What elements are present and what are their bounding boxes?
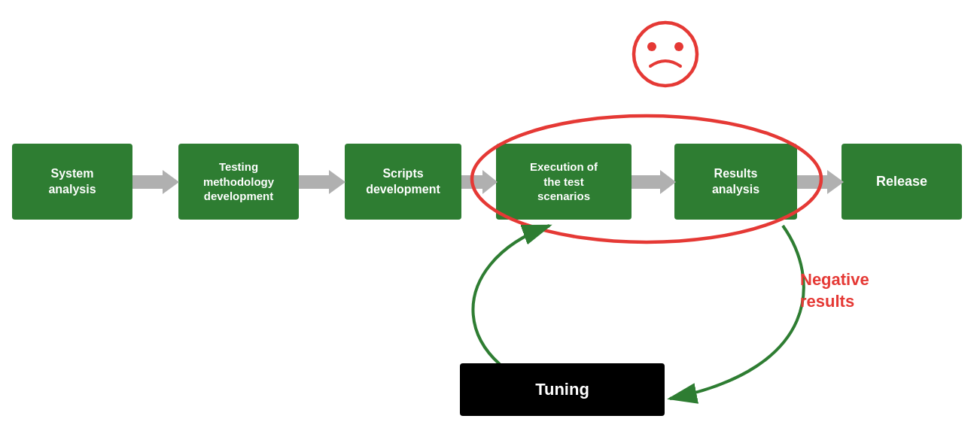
box-system-analysis: Systemanalysis <box>12 144 132 220</box>
box-testing-methodology: Testingmethodologydevelopment <box>178 144 299 220</box>
arrow-1 <box>132 170 179 194</box>
svg-marker-1 <box>299 170 345 194</box>
box-release: Release <box>842 144 962 220</box>
svg-point-8 <box>674 42 683 51</box>
box-tuning: Tuning <box>460 363 665 416</box>
svg-point-7 <box>647 42 656 51</box>
negative-results-label: Negativeresults <box>800 269 869 312</box>
diagram-container: Systemanalysis Testingmethodologydevelop… <box>0 0 980 437</box>
arrow-2 <box>299 170 345 194</box>
sad-face-icon <box>631 20 700 89</box>
box-scripts-development: Scriptsdevelopment <box>345 144 461 220</box>
svg-marker-0 <box>132 170 179 194</box>
svg-point-6 <box>634 23 697 86</box>
